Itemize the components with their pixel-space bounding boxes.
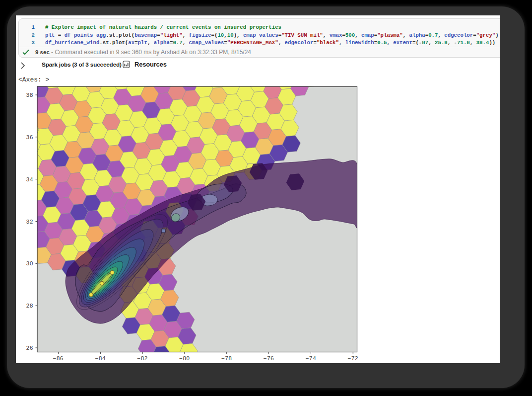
svg-text:−76: −76	[264, 355, 274, 361]
svg-text:26: 26	[26, 345, 33, 351]
svg-text:−86: −86	[53, 355, 64, 361]
svg-text:30: 30	[26, 260, 33, 266]
svg-text:−82: −82	[137, 355, 148, 361]
svg-text:−80: −80	[179, 355, 190, 361]
svg-text:−74: −74	[306, 355, 317, 361]
svg-text:28: 28	[26, 303, 33, 309]
svg-text:−72: −72	[347, 355, 358, 361]
svg-text:32: 32	[26, 219, 33, 225]
svg-text:34: 34	[26, 176, 33, 182]
svg-text:−78: −78	[221, 355, 232, 361]
svg-text:36: 36	[26, 134, 33, 140]
svg-text:38: 38	[26, 92, 33, 98]
svg-text:−84: −84	[95, 355, 106, 361]
